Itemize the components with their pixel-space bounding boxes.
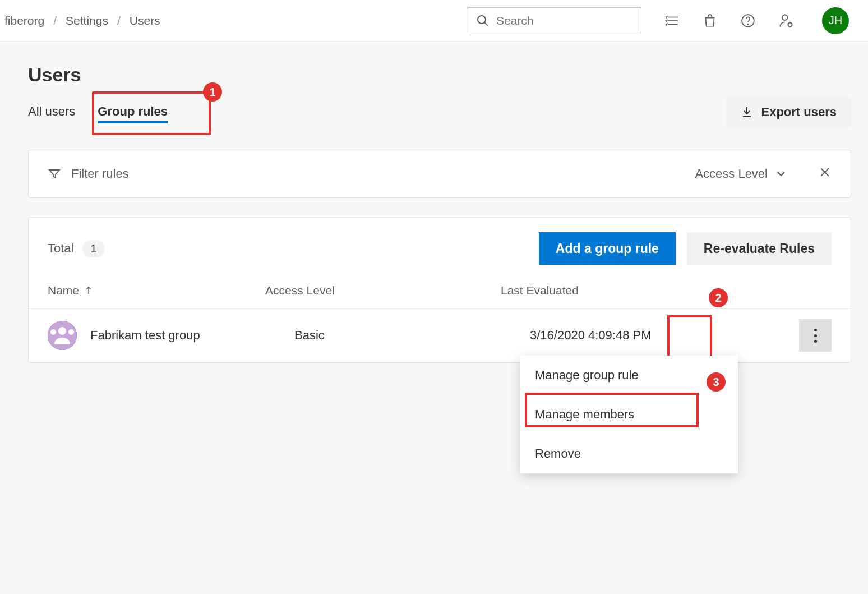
close-icon	[818, 165, 832, 179]
search-box[interactable]	[468, 7, 641, 34]
table-row[interactable]: Fabrikam test group Basic 3/16/2020 4:09…	[29, 309, 851, 362]
breadcrumb-settings[interactable]: Settings	[66, 14, 108, 27]
help-icon[interactable]	[740, 13, 756, 29]
col-evaluated[interactable]: Last Evaluated	[501, 284, 832, 297]
svg-point-13	[50, 329, 56, 335]
cell-name: Fabrikam test group	[90, 328, 294, 343]
breadcrumb-org[interactable]: fiberorg	[4, 14, 44, 27]
cell-evaluated: 3/16/2020 4:09:48 PM	[530, 328, 799, 343]
tab-group-rules[interactable]: Group rules	[86, 98, 179, 127]
export-users-label: Export users	[761, 105, 837, 119]
total-label: Total	[48, 241, 73, 256]
col-name[interactable]: Name	[48, 284, 265, 297]
download-icon	[740, 105, 754, 119]
breadcrumb-sep: /	[117, 14, 121, 27]
callout-badge-2: 2	[709, 288, 728, 307]
svg-point-12	[58, 327, 66, 335]
card-actions: Add a group rule Re-evaluate Rules	[539, 232, 832, 265]
clear-filter-button[interactable]	[818, 165, 832, 182]
tabs-row: All users Group rules Export users 1	[28, 97, 851, 127]
tab-all-users[interactable]: All users	[28, 98, 86, 127]
menu-manage-members[interactable]: Manage members	[520, 395, 738, 434]
card-head: Total 1 Add a group rule Re-evaluate Rul…	[29, 218, 851, 279]
sort-asc-icon	[84, 286, 94, 296]
add-group-rule-button[interactable]: Add a group rule	[539, 232, 676, 265]
callout-badge-3: 3	[707, 372, 726, 392]
group-avatar-icon	[48, 321, 77, 350]
search-wrap: JH	[468, 7, 849, 34]
svg-point-7	[782, 15, 787, 20]
top-bar: fiberorg / Settings / Users JH	[0, 0, 868, 42]
access-level-label: Access Level	[695, 167, 768, 181]
search-icon	[476, 14, 490, 27]
breadcrumb-users[interactable]: Users	[130, 14, 160, 27]
menu-remove[interactable]: Remove	[520, 434, 738, 473]
column-headers: Name Access Level Last Evaluated	[29, 279, 851, 309]
total-count: 1	[82, 240, 104, 257]
avatar[interactable]: JH	[822, 7, 849, 34]
col-name-label: Name	[48, 284, 79, 297]
ellipsis-vertical-icon	[814, 329, 817, 343]
total-wrap: Total 1	[48, 240, 105, 257]
rules-card: Total 1 Add a group rule Re-evaluate Rul…	[28, 217, 851, 363]
svg-point-14	[68, 329, 74, 335]
main: Users All users Group rules Export users…	[0, 42, 868, 363]
access-level-dropdown[interactable]: Access Level	[695, 167, 788, 181]
menu-manage-group-rule[interactable]: Manage group rule	[520, 356, 738, 395]
search-input[interactable]	[496, 14, 633, 27]
svg-point-11	[48, 321, 77, 350]
callout-badge-1: 1	[203, 82, 222, 102]
filter-placeholder: Filter rules	[71, 167, 129, 181]
context-menu: Manage group rule Manage members Remove	[520, 356, 738, 473]
filter-bar: Filter rules Access Level	[28, 150, 851, 198]
svg-line-1	[484, 22, 488, 26]
cell-access: Basic	[294, 328, 530, 343]
filter-right: Access Level	[695, 165, 832, 182]
list-icon[interactable]	[664, 13, 680, 29]
filter-icon	[48, 167, 61, 181]
svg-point-6	[747, 24, 749, 25]
avatar-initials: JH	[829, 14, 842, 27]
page-title: Users	[28, 64, 851, 86]
shopping-bag-icon[interactable]	[702, 13, 718, 29]
svg-point-8	[788, 22, 792, 26]
export-users-button[interactable]: Export users	[726, 97, 852, 127]
chevron-down-icon	[774, 167, 788, 181]
top-icons: JH	[664, 7, 849, 34]
reevaluate-rules-button[interactable]: Re-evaluate Rules	[687, 232, 832, 265]
col-access[interactable]: Access Level	[265, 284, 501, 297]
breadcrumb: fiberorg / Settings / Users	[4, 14, 160, 27]
svg-point-0	[478, 16, 486, 24]
tabs: All users Group rules	[28, 98, 179, 127]
filter-left[interactable]: Filter rules	[48, 167, 129, 181]
more-actions-button[interactable]	[799, 319, 832, 352]
breadcrumb-sep: /	[53, 14, 57, 27]
user-settings-icon[interactable]	[778, 13, 794, 29]
